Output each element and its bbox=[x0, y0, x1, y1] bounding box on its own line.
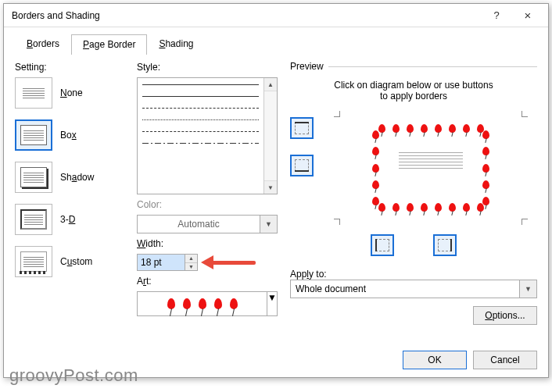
preview-area bbox=[290, 109, 537, 226]
art-label: Art: bbox=[137, 276, 278, 287]
style-column: Style: ▲ ▼ Color: Automatic bbox=[137, 62, 278, 344]
preview-bottom-buttons bbox=[290, 234, 537, 256]
width-value[interactable]: 18 pt bbox=[138, 255, 185, 270]
preview-fieldset: Preview bbox=[290, 66, 537, 78]
guide-mark-icon bbox=[334, 111, 340, 117]
help-button[interactable]: ? bbox=[481, 5, 512, 27]
line-dash-small[interactable] bbox=[142, 131, 259, 132]
ok-button[interactable]: OK bbox=[403, 351, 467, 369]
tab-page-border[interactable]: Page Border bbox=[71, 34, 147, 55]
line-solid-thin[interactable] bbox=[142, 84, 259, 85]
balloon-icon bbox=[214, 298, 222, 309]
art-dropdown-button[interactable]: ▼ bbox=[267, 292, 277, 315]
apply-to-row: Apply to: Whole document ▼ bbox=[290, 269, 537, 298]
apply-to-value: Whole document bbox=[291, 283, 519, 294]
preview-diagram[interactable] bbox=[324, 109, 537, 226]
setting-column: Setting: None Box Shadow bbox=[15, 62, 124, 344]
balloon-icon bbox=[167, 298, 175, 309]
dialog-body: Setting: None Box Shadow bbox=[4, 54, 548, 351]
scroll-up-icon[interactable]: ▲ bbox=[264, 78, 277, 91]
preview-hint: Click on diagram below or use buttons to… bbox=[290, 80, 537, 102]
setting-none[interactable]: None bbox=[15, 77, 124, 109]
guide-mark-icon bbox=[522, 219, 528, 225]
options-button[interactable]: Options... bbox=[473, 306, 537, 325]
color-dropdown-button[interactable]: ▼ bbox=[260, 216, 277, 233]
tab-strip: Borders Page Border Shading bbox=[4, 27, 548, 54]
style-scrollbar[interactable]: ▲ ▼ bbox=[263, 78, 277, 194]
width-spinner[interactable]: ▲ ▼ bbox=[185, 255, 197, 270]
balloon-icon bbox=[183, 298, 191, 309]
setting-custom-label: Custom bbox=[60, 256, 92, 267]
line-solid[interactable] bbox=[142, 96, 259, 97]
color-value: Automatic bbox=[138, 219, 260, 230]
line-dashdot[interactable] bbox=[142, 143, 259, 144]
preview-page bbox=[372, 124, 489, 212]
apply-to-dropdown[interactable]: Whole document ▼ bbox=[290, 280, 537, 298]
apply-to-dropdown-button[interactable]: ▼ bbox=[519, 280, 536, 298]
watermark-text: groovyPost.com bbox=[9, 365, 138, 386]
cancel-button[interactable]: Cancel bbox=[473, 351, 537, 369]
callout-arrow-icon bbox=[201, 254, 256, 271]
width-label: Width: bbox=[137, 238, 278, 249]
setting-shadow[interactable]: Shadow bbox=[15, 162, 124, 193]
line-dashed[interactable] bbox=[142, 108, 259, 109]
setting-3d-label: 3-D bbox=[60, 214, 75, 225]
style-label: Style: bbox=[137, 62, 278, 73]
preview-side-buttons bbox=[290, 109, 320, 226]
apply-to-label: Apply to: bbox=[290, 269, 537, 280]
tab-shading[interactable]: Shading bbox=[147, 34, 205, 54]
scroll-down-icon[interactable]: ▼ bbox=[264, 180, 277, 194]
style-lines bbox=[138, 78, 263, 194]
balloon-icon bbox=[230, 298, 238, 309]
color-dropdown[interactable]: Automatic ▼ bbox=[137, 215, 278, 233]
setting-label: Setting: bbox=[15, 62, 124, 73]
art-value bbox=[138, 292, 267, 315]
preview-legend: Preview bbox=[290, 61, 328, 72]
setting-custom[interactable]: Custom bbox=[15, 246, 124, 277]
tab-borders[interactable]: Borders bbox=[15, 34, 71, 54]
dialog-footer: OK Cancel bbox=[403, 351, 537, 369]
width-spin-down[interactable]: ▼ bbox=[185, 263, 197, 271]
borders-shading-dialog: Borders and Shading ? × Borders Page Bor… bbox=[3, 3, 549, 378]
setting-custom-icon bbox=[15, 246, 52, 277]
setting-none-icon bbox=[15, 77, 52, 109]
width-input[interactable]: 18 pt ▲ ▼ bbox=[137, 254, 198, 271]
border-bottom-button[interactable] bbox=[290, 155, 314, 176]
width-spin-up[interactable]: ▲ bbox=[185, 255, 197, 263]
close-button[interactable]: × bbox=[512, 5, 543, 27]
setting-box-label: Box bbox=[60, 130, 77, 141]
border-right-button[interactable] bbox=[433, 234, 457, 256]
guide-mark-icon bbox=[334, 219, 340, 225]
window-title: Borders and Shading bbox=[12, 10, 481, 21]
preview-column: Preview Click on diagram below or use bu… bbox=[290, 62, 537, 344]
titlebar: Borders and Shading ? × bbox=[4, 4, 548, 27]
setting-3d[interactable]: 3-D bbox=[15, 204, 124, 235]
setting-box-icon bbox=[15, 119, 52, 151]
style-listbox[interactable]: ▲ ▼ bbox=[137, 77, 278, 194]
line-dotted[interactable] bbox=[142, 119, 259, 120]
color-label: Color: bbox=[137, 199, 278, 210]
setting-none-label: None bbox=[60, 87, 83, 98]
setting-3d-icon bbox=[15, 204, 52, 235]
setting-shadow-icon bbox=[15, 162, 52, 193]
balloon-icon bbox=[199, 298, 206, 309]
setting-shadow-label: Shadow bbox=[60, 172, 94, 183]
guide-mark-icon bbox=[522, 111, 528, 117]
setting-box[interactable]: Box bbox=[15, 119, 124, 151]
border-left-button[interactable] bbox=[371, 234, 394, 256]
scroll-track[interactable] bbox=[264, 91, 277, 180]
border-top-button[interactable] bbox=[290, 117, 314, 139]
art-dropdown[interactable]: ▼ bbox=[137, 291, 278, 316]
